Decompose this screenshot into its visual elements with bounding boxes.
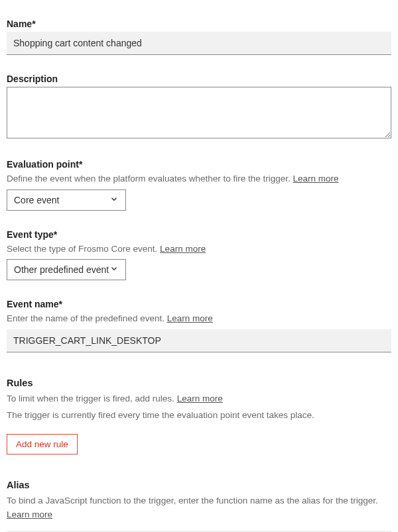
event-name-label: Event name*	[7, 299, 391, 309]
alias-learn-more-link[interactable]: Learn more	[7, 509, 52, 519]
name-label: Name*	[7, 19, 391, 29]
alias-learn-more-row: Learn more	[7, 508, 391, 521]
evaluation-point-learn-more-link[interactable]: Learn more	[293, 174, 339, 184]
rules-help-1: To limit when the trigger is fired, add …	[7, 392, 391, 405]
event-name-field: Event name* Enter the name of the predef…	[7, 299, 391, 352]
rules-heading: Rules	[7, 378, 391, 388]
evaluation-point-select-wrap: Core event	[7, 189, 126, 211]
evaluation-point-label: Evaluation point*	[7, 159, 391, 170]
description-label: Description	[7, 74, 391, 84]
alias-help: To bind a JavaScript function to the tri…	[7, 494, 391, 507]
name-input[interactable]	[7, 32, 391, 55]
event-name-input[interactable]	[7, 329, 391, 352]
event-type-help: Select the type of Frosmo Core event. Le…	[7, 242, 391, 256]
rules-help-2: The trigger is currently fired every tim…	[7, 409, 391, 422]
description-field: Description	[7, 74, 391, 140]
name-field: Name*	[7, 19, 391, 55]
rules-learn-more-link[interactable]: Learn more	[177, 394, 223, 403]
alias-heading: Alias	[7, 480, 391, 490]
event-type-select-wrap: Other predefined event	[7, 259, 126, 280]
event-type-learn-more-link[interactable]: Learn more	[160, 244, 206, 254]
event-type-select[interactable]: Other predefined event	[7, 260, 125, 280]
description-textarea[interactable]	[7, 87, 391, 138]
event-type-label: Event type*	[7, 229, 391, 240]
event-name-learn-more-link[interactable]: Learn more	[167, 313, 213, 323]
evaluation-point-help: Define the event when the platform evalu…	[7, 172, 391, 186]
evaluation-point-field: Evaluation point* Define the event when …	[7, 159, 391, 211]
event-name-help: Enter the name of the predefined event. …	[7, 312, 391, 325]
add-new-rule-button[interactable]: Add new rule	[7, 434, 78, 454]
evaluation-point-select[interactable]: Core event	[7, 190, 125, 210]
event-type-field: Event type* Select the type of Frosmo Co…	[7, 229, 391, 281]
